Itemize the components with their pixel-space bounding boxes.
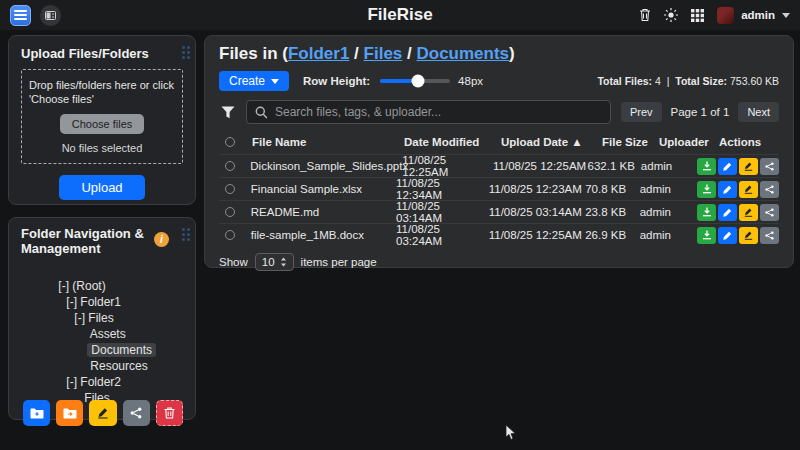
column-header-file-name[interactable]: File Name	[252, 136, 404, 148]
page-indicator: Page 1 of 1	[671, 106, 730, 118]
tree-folder-label[interactable]: Documents	[87, 343, 156, 357]
share-button[interactable]	[760, 181, 779, 198]
view-toggle-button[interactable]	[40, 5, 61, 26]
file-size: 23.8 KB	[585, 206, 639, 218]
breadcrumb-documents[interactable]: Documents	[416, 44, 509, 63]
move-folder-button[interactable]	[56, 400, 83, 426]
edit-button[interactable]	[718, 204, 737, 221]
drag-handle-icon[interactable]	[182, 46, 185, 49]
search-input[interactable]	[275, 105, 602, 119]
uploader: admin	[641, 160, 697, 172]
edit-button[interactable]	[718, 158, 737, 175]
tree-toggle[interactable]: [-]	[66, 375, 80, 389]
edit-button[interactable]	[718, 181, 737, 198]
table-row[interactable]: Dickinson_Sample_Slides.pptx 11/08/25 12…	[219, 154, 779, 177]
row-actions	[697, 158, 779, 175]
column-header-file-size[interactable]: File Size	[602, 136, 659, 148]
dropzone[interactable]: Drop files/folders here or click 'Choose…	[21, 69, 183, 164]
slider-thumb[interactable]	[411, 75, 424, 88]
table-row[interactable]: Financial Sample.xlsx 11/08/25 12:34AM 1…	[219, 177, 779, 200]
items-per-page-select[interactable]: 10	[255, 253, 294, 271]
breadcrumb-folder1[interactable]: Folder1	[288, 44, 349, 63]
rename-folder-button[interactable]	[89, 400, 116, 426]
next-page-button[interactable]: Next	[738, 102, 779, 122]
download-button[interactable]	[697, 227, 716, 244]
column-header-date-modified[interactable]: Date Modified	[404, 136, 501, 148]
column-header-uploader[interactable]: Uploader	[659, 136, 719, 148]
mouse-cursor	[505, 424, 517, 441]
folder-plus-icon	[30, 408, 44, 419]
row-actions	[697, 181, 779, 198]
row-checkbox[interactable]	[225, 161, 235, 171]
choose-files-button[interactable]: Choose files	[60, 114, 145, 134]
create-button[interactable]: Create	[219, 71, 289, 91]
create-folder-button[interactable]	[23, 400, 50, 426]
folder-card-title: Folder Navigation & Management	[21, 226, 156, 256]
file-name[interactable]: file-sample_1MB.docx	[251, 229, 396, 241]
download-icon	[702, 207, 712, 217]
tree-folder-label[interactable]: Folder1	[80, 295, 121, 309]
trash-icon	[164, 407, 175, 419]
share-button[interactable]	[760, 227, 779, 244]
pencil-icon	[723, 208, 732, 217]
tree-toggle[interactable]: [-]	[66, 295, 80, 309]
download-button[interactable]	[697, 158, 716, 175]
filter-button[interactable]	[219, 106, 237, 119]
apps-grid-button[interactable]	[691, 9, 704, 22]
file-name[interactable]: Financial Sample.xlsx	[251, 183, 396, 195]
select-all-checkbox[interactable]	[225, 137, 235, 147]
items-per-page-label: items per page	[301, 256, 377, 268]
tree-folder-label[interactable]: Files	[88, 311, 113, 325]
avatar[interactable]	[717, 7, 734, 24]
tree-folder-label[interactable]: (Root)	[72, 279, 105, 293]
search-group	[246, 100, 611, 124]
folder-navigation-card: Folder Navigation & Management i [-] (Ro…	[8, 217, 196, 420]
share-folder-button[interactable]	[123, 400, 150, 426]
theme-toggle-button[interactable]	[664, 8, 678, 22]
drag-handle-icon[interactable]	[182, 228, 185, 231]
row-checkbox[interactable]	[225, 184, 235, 194]
upload-button[interactable]: Upload	[59, 175, 144, 200]
tree-folder-label[interactable]: Assets	[90, 327, 126, 341]
column-header-upload-date[interactable]: Upload Date ▲	[501, 136, 602, 148]
tree-folder-label[interactable]: Folder2	[80, 375, 121, 389]
tree-item[interactable]: [-] (Root)	[21, 262, 183, 278]
breadcrumb-files[interactable]: Files	[364, 44, 403, 63]
tree-toggle[interactable]: [-]	[58, 279, 72, 293]
file-size: 632.1 KB	[588, 160, 641, 172]
pencil-icon	[723, 231, 732, 240]
file-name[interactable]: README.md	[251, 206, 396, 218]
upload-date: 11/08/25 12:25AM	[489, 229, 586, 241]
uploader: admin	[640, 183, 697, 195]
prev-page-button[interactable]: Prev	[621, 102, 662, 122]
table-row[interactable]: file-sample_1MB.docx 11/08/25 03:24AM 11…	[219, 223, 779, 246]
delete-folder-button[interactable]	[156, 400, 183, 426]
download-button[interactable]	[697, 181, 716, 198]
share-button[interactable]	[760, 204, 779, 221]
sidebar: Upload Files/Folders Drop files/folders …	[8, 35, 196, 420]
row-checkbox[interactable]	[225, 207, 235, 217]
menu-button[interactable]	[10, 5, 31, 26]
rename-button[interactable]	[739, 158, 758, 175]
topbar-actions: admin	[639, 7, 790, 24]
tree-folder-label[interactable]: Resources	[90, 359, 147, 373]
rename-button[interactable]	[739, 181, 758, 198]
tree-toggle[interactable]: [-]	[74, 311, 88, 325]
pencil-icon	[723, 162, 732, 171]
info-icon[interactable]: i	[154, 232, 169, 247]
user-menu-button[interactable]	[788, 13, 790, 18]
delete-trash-button[interactable]	[639, 8, 651, 22]
row-height-slider[interactable]	[380, 79, 450, 83]
column-header-actions: Actions	[719, 136, 779, 148]
file-name[interactable]: Dickinson_Sample_Slides.pptx	[250, 160, 402, 172]
pencil-underline-icon	[744, 185, 753, 194]
rename-button[interactable]	[739, 227, 758, 244]
share-button[interactable]	[760, 158, 779, 175]
edit-button[interactable]	[718, 227, 737, 244]
rename-button[interactable]	[739, 204, 758, 221]
table-row[interactable]: README.md 11/08/25 03:14AM 11/08/25 03:1…	[219, 200, 779, 223]
toolbar: Create Row Height: 48px Total Files: 4 |…	[219, 71, 779, 91]
download-button[interactable]	[697, 204, 716, 221]
pencil-underline-icon	[744, 231, 753, 240]
row-checkbox[interactable]	[225, 230, 235, 240]
